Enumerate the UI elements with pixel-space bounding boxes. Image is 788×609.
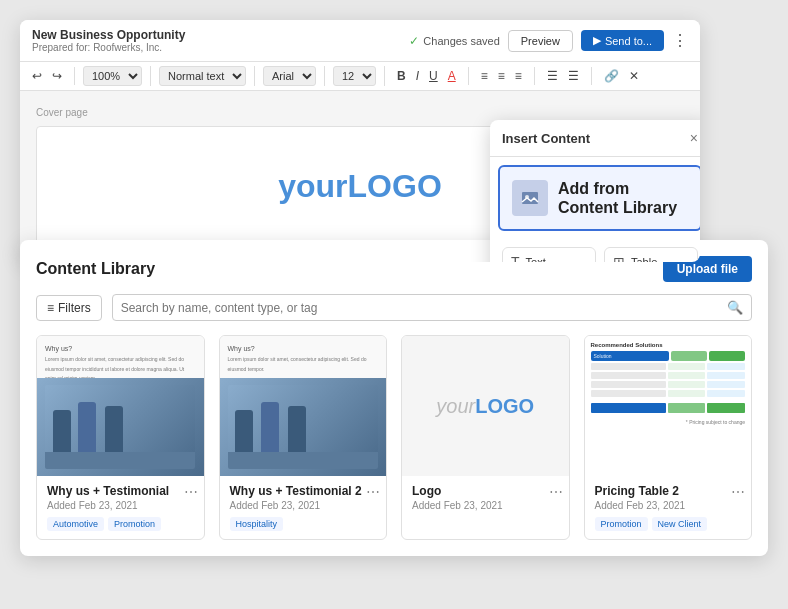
list-group: ☰ ☰ bbox=[543, 67, 592, 85]
align-right-button[interactable]: ≡ bbox=[511, 67, 526, 85]
font-group: Arial bbox=[263, 66, 325, 86]
align-left-button[interactable]: ≡ bbox=[477, 67, 492, 85]
align-group: ≡ ≡ ≡ bbox=[477, 67, 535, 85]
table-item-label: Table bbox=[631, 256, 657, 262]
card-date-2: Added Feb 23, 2021 bbox=[230, 500, 377, 511]
card-tags-4: Promotion New Client bbox=[595, 517, 742, 531]
more-options-button[interactable]: ⋮ bbox=[672, 31, 688, 50]
zoom-group: 100% bbox=[83, 66, 151, 86]
underline-button[interactable]: U bbox=[425, 67, 442, 85]
card-tags-1: Automotive Promotion bbox=[47, 517, 194, 531]
font-select[interactable]: Arial bbox=[263, 66, 316, 86]
changes-saved-status: ✓ Changes saved bbox=[409, 34, 499, 48]
pt-data-rows bbox=[591, 363, 746, 413]
search-icon: 🔍 bbox=[727, 300, 743, 315]
bullet-list-button[interactable]: ☰ bbox=[543, 67, 562, 85]
bold-button[interactable]: B bbox=[393, 67, 410, 85]
preview-button[interactable]: Preview bbox=[508, 30, 573, 52]
thumb-photo bbox=[37, 378, 204, 476]
tag-hospitality: Hospitality bbox=[230, 517, 284, 531]
editor-window: New Business Opportunity Prepared for: R… bbox=[20, 20, 700, 262]
insert-table-item[interactable]: ⊞ Table bbox=[604, 247, 698, 262]
numbered-list-button[interactable]: ☰ bbox=[564, 67, 583, 85]
content-library-icon bbox=[512, 180, 548, 216]
pt-title-label: Recommended Solutions bbox=[591, 342, 746, 348]
card-why-us-testimonial-2[interactable]: Why us? Lorem ipsum dolor sit amet, cons… bbox=[219, 335, 388, 540]
tag-promotion-2: Promotion bbox=[595, 517, 648, 531]
card-menu-button-1[interactable]: ⋯ bbox=[184, 484, 198, 500]
topbar-actions: ✓ Changes saved Preview ▶ Send to... ⋮ bbox=[409, 30, 688, 52]
filters-button[interactable]: ≡ Filters bbox=[36, 295, 102, 321]
logo-regular-text: your bbox=[278, 168, 347, 204]
table-2 bbox=[228, 452, 378, 469]
doc-info: New Business Opportunity Prepared for: R… bbox=[32, 28, 185, 53]
insert-text-item[interactable]: T Text bbox=[502, 247, 596, 262]
card-thumb-why-us-2: Why us? Lorem ipsum dolor sit amet, cons… bbox=[220, 336, 387, 476]
content-library-title: Content Library bbox=[36, 260, 155, 278]
insert-group: 🔗 ✕ bbox=[600, 67, 651, 85]
search-input[interactable] bbox=[121, 301, 721, 315]
card-logo[interactable]: yourLOGO Logo Added Feb 23, 2021 ⋯ bbox=[401, 335, 570, 540]
popup-close-button[interactable]: × bbox=[690, 130, 698, 146]
popup-header: Insert Content × bbox=[490, 120, 700, 157]
redo-button[interactable]: ↪ bbox=[48, 67, 66, 85]
table bbox=[45, 452, 195, 469]
card-thumb-why-us: Why us? Lorem ipsum dolor sit amet, cons… bbox=[37, 336, 204, 476]
insert-content-popup: Insert Content × Add from Content Librar… bbox=[490, 120, 700, 262]
card-info-4: Pricing Table 2 Added Feb 23, 2021 Promo… bbox=[585, 476, 752, 539]
card-name-3: Logo bbox=[412, 484, 559, 498]
card-why-us-testimonial[interactable]: Why us? Lorem ipsum dolor sit amet, cons… bbox=[36, 335, 205, 540]
checkmark-icon: ✓ bbox=[409, 34, 419, 48]
card-info-2: Why us + Testimonial 2 Added Feb 23, 202… bbox=[220, 476, 387, 539]
card-pricing-table[interactable]: Recommended Solutions Solution bbox=[584, 335, 753, 540]
thumb-photo-2 bbox=[220, 378, 387, 476]
editor-topbar: New Business Opportunity Prepared for: R… bbox=[20, 20, 700, 62]
text-item-label: Text bbox=[526, 256, 546, 262]
search-bar: ≡ Filters 🔍 bbox=[36, 294, 752, 321]
filter-icon: ≡ bbox=[47, 301, 54, 315]
size-select[interactable]: 12 bbox=[333, 66, 376, 86]
italic-button[interactable]: I bbox=[412, 67, 423, 85]
photo-scene bbox=[45, 385, 195, 468]
tag-new-client: New Client bbox=[652, 517, 708, 531]
color-button[interactable]: A bbox=[444, 67, 460, 85]
add-content-library-label: Add from Content Library bbox=[558, 179, 688, 217]
clear-format-button[interactable]: ✕ bbox=[625, 67, 643, 85]
card-tags-2: Hospitality bbox=[230, 517, 377, 531]
undo-redo-group: ↩ ↪ bbox=[28, 67, 75, 85]
zoom-select[interactable]: 100% bbox=[83, 66, 142, 86]
size-group: 12 bbox=[333, 66, 385, 86]
card-name-2: Why us + Testimonial 2 bbox=[230, 484, 377, 498]
doc-title: New Business Opportunity bbox=[32, 28, 185, 42]
card-info-3: Logo Added Feb 23, 2021 ⋯ bbox=[402, 476, 569, 525]
pt-header-row: Solution bbox=[591, 351, 746, 361]
card-name-4: Pricing Table 2 bbox=[595, 484, 742, 498]
card-name-1: Why us + Testimonial bbox=[47, 484, 194, 498]
add-content-library-button[interactable]: Add from Content Library bbox=[498, 165, 700, 231]
card-menu-button-4[interactable]: ⋯ bbox=[731, 484, 745, 500]
card-info-1: Why us + Testimonial Added Feb 23, 2021 … bbox=[37, 476, 204, 539]
cover-page-label: Cover page bbox=[36, 107, 684, 118]
card-menu-button-3[interactable]: ⋯ bbox=[549, 484, 563, 500]
card-date-4: Added Feb 23, 2021 bbox=[595, 500, 742, 511]
text-icon: T bbox=[511, 254, 520, 262]
photo-scene-2 bbox=[228, 385, 378, 468]
send-button[interactable]: ▶ Send to... bbox=[581, 30, 664, 51]
link-button[interactable]: 🔗 bbox=[600, 67, 623, 85]
undo-button[interactable]: ↩ bbox=[28, 67, 46, 85]
popup-title: Insert Content bbox=[502, 131, 590, 146]
card-grid: Why us? Lorem ipsum dolor sit amet, cons… bbox=[36, 335, 752, 540]
insert-content-grid: T Text ⊞ Table 🖼 Image L Logo bbox=[490, 239, 700, 262]
logo-display: yourLOGO bbox=[278, 168, 442, 205]
style-group: Normal text bbox=[159, 66, 255, 86]
card-menu-button-2[interactable]: ⋯ bbox=[366, 484, 380, 500]
align-center-button[interactable]: ≡ bbox=[494, 67, 509, 85]
pt-footer: * Pricing subject to change bbox=[591, 419, 746, 425]
send-icon: ▶ bbox=[593, 34, 601, 47]
style-select[interactable]: Normal text bbox=[159, 66, 246, 86]
card-thumb-pricing: Recommended Solutions Solution bbox=[585, 336, 752, 476]
tag-automotive: Automotive bbox=[47, 517, 104, 531]
thumb-logo-text: yourLOGO bbox=[436, 395, 534, 418]
content-library-panel: Content Library Upload file ≡ Filters 🔍 … bbox=[20, 240, 768, 556]
format-group: B I U A bbox=[393, 67, 469, 85]
